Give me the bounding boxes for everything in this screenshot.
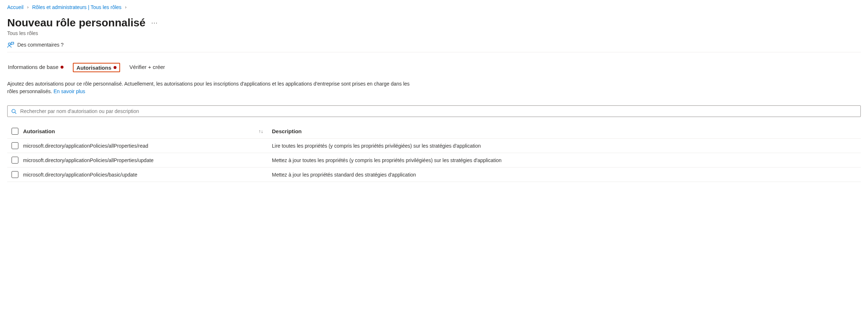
more-actions-icon[interactable]: ⋯ bbox=[151, 19, 158, 27]
breadcrumb-roles[interactable]: Rôles et administrateurs | Tous les rôle… bbox=[32, 4, 122, 10]
tab-review-label: Vérifier + créer bbox=[129, 64, 165, 70]
tab-basics-label: Informations de base bbox=[8, 64, 58, 70]
person-feedback-icon bbox=[7, 41, 14, 48]
chevron-right-icon: › bbox=[27, 5, 28, 10]
svg-point-1 bbox=[12, 109, 15, 112]
tab-basics[interactable]: Informations de base bbox=[7, 62, 64, 72]
tab-permissions[interactable]: Autorisations bbox=[73, 63, 120, 72]
row-checkbox[interactable] bbox=[12, 157, 18, 164]
table-row[interactable]: microsoft.directory/applicationPolicies/… bbox=[7, 168, 861, 182]
breadcrumb: Accueil › Rôles et administrateurs | Tou… bbox=[7, 4, 861, 10]
error-dot-icon bbox=[114, 66, 116, 69]
cell-description: Lire toutes les propriétés (y compris le… bbox=[272, 143, 861, 149]
tab-permissions-label: Autorisations bbox=[76, 65, 111, 71]
select-all-checkbox[interactable] bbox=[12, 128, 18, 135]
search-box[interactable] bbox=[7, 105, 861, 117]
breadcrumb-home[interactable]: Accueil bbox=[7, 4, 23, 10]
table-header-row: Autorisation ↑↓ Description bbox=[7, 126, 861, 139]
sort-icon[interactable]: ↑↓ bbox=[259, 129, 272, 134]
column-header-description[interactable]: Description bbox=[272, 128, 302, 134]
page-title: Nouveau rôle personnalisé bbox=[7, 17, 145, 29]
cell-authorization: microsoft.directory/applicationPolicies/… bbox=[23, 143, 272, 149]
table-row[interactable]: microsoft.directory/applicationPolicies/… bbox=[7, 153, 861, 168]
row-checkbox[interactable] bbox=[12, 142, 18, 149]
page-subtitle: Tous les rôles bbox=[7, 30, 861, 36]
cell-authorization: microsoft.directory/applicationPolicies/… bbox=[23, 157, 272, 163]
feedback-label: Des commentaires ? bbox=[17, 42, 63, 48]
command-bar: Des commentaires ? bbox=[7, 41, 861, 52]
tabs: Informations de base Autorisations Vérif… bbox=[7, 62, 861, 72]
row-checkbox[interactable] bbox=[12, 171, 18, 178]
column-header-authorization[interactable]: Autorisation bbox=[23, 128, 55, 134]
cell-authorization: microsoft.directory/applicationPolicies/… bbox=[23, 172, 272, 178]
svg-point-0 bbox=[8, 43, 10, 45]
search-icon bbox=[11, 109, 17, 114]
table-row[interactable]: microsoft.directory/applicationPolicies/… bbox=[7, 139, 861, 153]
permissions-table: Autorisation ↑↓ Description microsoft.di… bbox=[7, 126, 861, 182]
error-dot-icon bbox=[61, 66, 63, 69]
feedback-button[interactable]: Des commentaires ? bbox=[7, 41, 63, 48]
cell-description: Mettez à jour toutes les propriétés (y c… bbox=[272, 157, 861, 163]
tab-description: Ajoutez des autorisations pour ce rôle p… bbox=[7, 80, 422, 95]
chevron-right-icon: › bbox=[125, 5, 127, 10]
svg-line-2 bbox=[15, 112, 16, 114]
search-input[interactable] bbox=[19, 108, 857, 114]
cell-description: Mettez à jour les propriétés standard de… bbox=[272, 172, 861, 178]
learn-more-link[interactable]: En savoir plus bbox=[53, 88, 85, 94]
tab-review[interactable]: Vérifier + créer bbox=[129, 62, 166, 72]
